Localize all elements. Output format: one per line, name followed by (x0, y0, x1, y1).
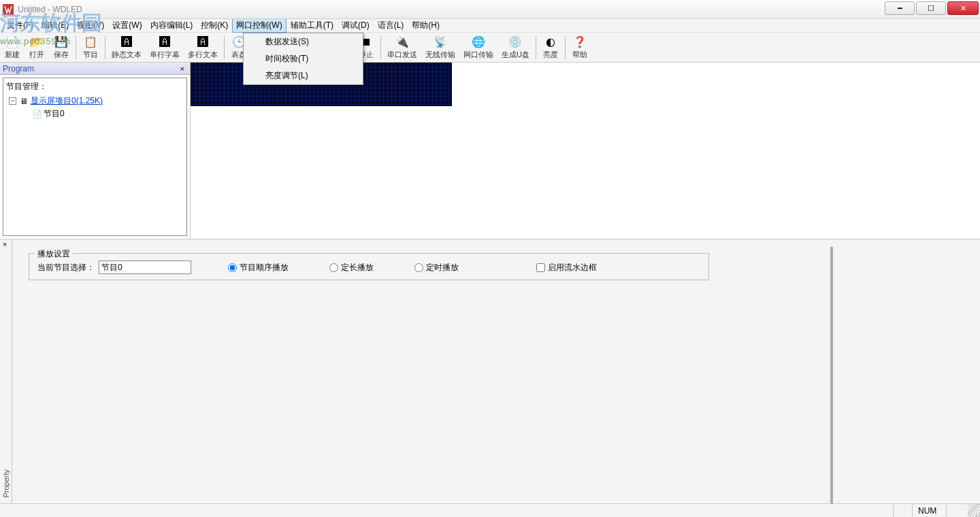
wireless-icon: 📡 (434, 35, 447, 49)
serial-send-icon: 🔌 (395, 35, 409, 49)
toolbar-multi-line-button[interactable]: 🅰多行文本 (184, 34, 222, 61)
toolbar-multi-line-label: 多行文本 (188, 50, 218, 60)
toolbar-static-text-button[interactable]: 🅰静态文本 (108, 34, 146, 61)
toolbar-help-label: 帮助 (572, 50, 587, 60)
menu-edit[interactable]: 编辑(E) (37, 18, 73, 33)
toolbar-separator (380, 36, 381, 59)
menu-help[interactable]: 帮助(H) (408, 18, 444, 33)
toolbar-save-button[interactable]: 💾保存 (49, 34, 74, 61)
toolbar-save-label: 保存 (54, 50, 69, 60)
menu-debug[interactable]: 调试(D) (338, 18, 374, 33)
toolbar-brightness-label: 亮度 (543, 50, 558, 60)
fieldset-legend: 播放设置 (35, 248, 73, 260)
current-program-label: 当前节目选择： (37, 262, 95, 273)
usb-icon: 💿 (508, 35, 522, 49)
multi-line-icon: 🅰 (196, 35, 210, 49)
toolbar-separator (536, 36, 536, 59)
property-panel: × Property 播放设置 当前节目选择： 节目顺序播放 定长 (0, 239, 980, 503)
toolbar-serial-send-button[interactable]: 🔌串口发送 (383, 34, 421, 61)
status-cell-1 (893, 504, 912, 517)
screen-icon: 🖥 (19, 97, 29, 106)
toolbar-program-label: 节目 (83, 50, 98, 60)
toolbar-separator (565, 36, 566, 59)
menu-network-control[interactable]: 网口控制(W) (232, 18, 286, 33)
toolbar-wireless-button[interactable]: 📡无线传输 (421, 34, 459, 61)
open-icon: 📂 (30, 35, 44, 49)
program-tree: 节目管理： − 🖥 显示屏项目0(1.25K) 📄 节目0 (3, 78, 187, 236)
maximize-button[interactable]: ☐ (916, 1, 946, 15)
menu-aux-tools[interactable]: 辅助工具(T) (287, 18, 338, 33)
toolbar-single-line-label: 单行字幕 (150, 50, 180, 60)
window-controls: ━ ☐ ✕ (885, 1, 979, 15)
property-tab[interactable]: Property (0, 239, 12, 503)
toolbar-separator (76, 36, 76, 59)
save-icon: 💾 (54, 35, 68, 49)
program-icon: 📄 (32, 110, 42, 119)
single-line-icon: 🅰 (158, 35, 172, 49)
statusbar: NUM (0, 503, 980, 517)
menubar: 文件(F) 编辑(E) 视图(V) 设置(W) 内容编辑(L) 控制(K) 网口… (0, 19, 980, 33)
help-icon: ❓ (573, 35, 587, 49)
program-panel-title: Program (3, 64, 34, 73)
checkbox-border[interactable]: 启用流水边框 (536, 262, 597, 273)
tree-child-label: 节目0 (44, 108, 65, 120)
menu-view[interactable]: 视图(V) (73, 18, 108, 33)
property-close[interactable]: × (0, 239, 10, 249)
app-icon (3, 4, 14, 15)
menu-settings[interactable]: 设置(W) (108, 18, 146, 33)
menu-content-edit[interactable]: 内容编辑(L) (146, 18, 197, 33)
toolbar-static-text-label: 静态文本 (112, 50, 142, 60)
current-program-input[interactable] (99, 261, 191, 274)
tree-child-row[interactable]: 📄 节目0 (6, 107, 184, 120)
titlebar: Untitled - WDLED ━ ☐ ✕ (0, 0, 980, 19)
toolbar-new-button[interactable]: 📄新建 (0, 34, 24, 61)
brightness-icon: ◐ (544, 35, 557, 49)
menu-language[interactable]: 语言(L) (374, 18, 408, 33)
toolbar-new-label: 新建 (5, 50, 20, 60)
radio-fixed-length-input[interactable] (329, 263, 338, 272)
toolbar-network-label: 网口传输 (463, 50, 493, 60)
radio-sequential[interactable]: 节目顺序播放 (228, 262, 289, 273)
close-button[interactable]: ✕ (947, 1, 979, 15)
toolbar-open-button[interactable]: 📂打开 (24, 34, 49, 61)
window-title: Untitled - WDLED (18, 5, 82, 14)
static-text-icon: 🅰 (120, 35, 133, 49)
tree-label: 节目管理： (6, 81, 184, 93)
toolbar-usb-button[interactable]: 💿生成U盘 (497, 34, 534, 61)
resize-grip-icon[interactable] (968, 504, 980, 517)
radio-sequential-input[interactable] (228, 263, 237, 272)
toolbar-separator (105, 36, 105, 59)
new-icon: 📄 (5, 35, 19, 49)
toolbar-network-button[interactable]: 🌐网口传输 (459, 34, 497, 61)
minimize-button[interactable]: ━ (885, 1, 915, 15)
menu-control[interactable]: 控制(K) (197, 18, 232, 33)
toolbar-brightness-button[interactable]: ◐亮度 (538, 34, 563, 61)
toolbar-help-button[interactable]: ❓帮助 (568, 34, 592, 61)
program-panel-header: Program × (0, 63, 190, 75)
tree-root-label[interactable]: 显示屏项目0(1.25K) (31, 95, 103, 107)
menu-file[interactable]: 文件(F) (3, 18, 37, 33)
network-icon: 🌐 (472, 35, 485, 49)
toolbar-open-label: 打开 (29, 50, 44, 60)
dropdown-brightness[interactable]: 亮度调节(L) (244, 67, 363, 84)
toolbar-usb-label: 生成U盘 (502, 50, 529, 60)
toolbar-program-button[interactable]: 📋节目 (78, 34, 103, 61)
checkbox-border-input[interactable] (536, 263, 545, 272)
status-cell-3 (946, 504, 965, 517)
toolbar: 📄新建📂打开💾保存📋节目🅰静态文本🅰单行字幕🅰多行文本🕒表盘⏱计时🌡温度⛔删除▶… (0, 33, 980, 63)
dropdown-data-send[interactable]: 数据发送(S) (244, 33, 363, 50)
toolbar-single-line-button[interactable]: 🅰单行字幕 (146, 34, 184, 61)
tree-collapse-icon[interactable]: − (9, 97, 16, 105)
radio-timed-input[interactable] (414, 263, 423, 272)
playback-settings-group: 播放设置 当前节目选择： 节目顺序播放 定长播放 (29, 253, 709, 280)
dropdown-time-sync[interactable]: 时间校验(T) (244, 50, 363, 67)
tree-root-row[interactable]: − 🖥 显示屏项目0(1.25K) (6, 95, 184, 107)
program-panel-close[interactable]: × (178, 65, 187, 73)
property-tab-label: Property (2, 469, 10, 498)
radio-fixed-length[interactable]: 定长播放 (329, 262, 374, 273)
program-icon: 📋 (84, 35, 97, 49)
toolbar-separator (224, 36, 225, 59)
splitter-handle[interactable] (830, 247, 833, 503)
status-num: NUM (912, 504, 946, 517)
radio-timed[interactable]: 定时播放 (414, 262, 459, 273)
